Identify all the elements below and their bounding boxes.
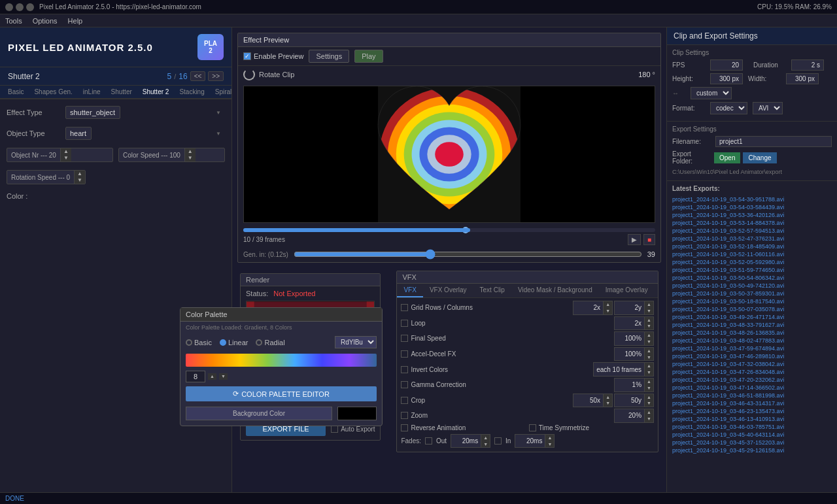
vfx-tab-video[interactable]: Video Mask / Background — [511, 284, 599, 297]
export-list-item[interactable]: project1_2024-10-19_03-52-11-060116.avi — [672, 250, 832, 258]
rotation-btns[interactable]: ▲ ▼ — [74, 171, 85, 184]
palette-radio-linear[interactable]: Linear — [220, 339, 248, 346]
export-list-item[interactable]: project1_2024-10-19_03-54-30-951788.avi — [672, 195, 832, 203]
export-list-item[interactable]: project1_2024-10-19_03-52-57-594513.avi — [672, 227, 832, 235]
export-list-item[interactable]: project1_2024-10-19_03-53-36-420126.avi — [672, 211, 832, 219]
vfx-cb-grid[interactable] — [401, 304, 408, 311]
color-speed-btns[interactable]: ▲ ▼ — [184, 148, 196, 161]
fades-val2[interactable]: 20ms ▲ ▼ — [515, 434, 555, 448]
grid-spin2[interactable]: ▲ ▼ — [644, 301, 653, 314]
export-list-item[interactable]: project1_2024-10-19_03-50-18-817540.avi — [672, 297, 832, 305]
export-list-item[interactable]: project1_2024-10-19_03-52-47-376231.avi — [672, 235, 832, 243]
export-list-item[interactable]: project1_2024-10-19_03-52-05-592980.avi — [672, 258, 832, 266]
vfx-cb-zoom[interactable] — [401, 412, 408, 419]
palette-num-down[interactable]: ▼ — [219, 373, 228, 380]
object-nr-down[interactable]: ▼ — [61, 155, 71, 161]
export-list-item[interactable]: project1_2024-10-19_03-51-59-774650.avi — [672, 266, 832, 274]
export-list-item[interactable]: project1_2024-10-19_03-47-32-038042.avi — [672, 360, 832, 368]
export-list-item[interactable]: project1_2024-10-19_03-53-14-884378.avi — [672, 219, 832, 227]
export-list-item[interactable]: project1_2024-10-19_03-45-40-643114.avi — [672, 431, 832, 439]
export-list-item[interactable]: project1_2024-10-19_03-47-59-674894.avi — [672, 344, 832, 352]
menu-tools[interactable]: Tools — [5, 17, 22, 25]
gen-slider[interactable] — [294, 249, 642, 260]
color-speed-down[interactable]: ▼ — [185, 155, 196, 161]
effect-type-select[interactable]: shutter_object — [65, 106, 120, 119]
custom-select[interactable]: custom — [691, 87, 732, 99]
change-folder-btn[interactable]: Change — [743, 152, 776, 163]
codec-select[interactable]: codec — [710, 102, 747, 114]
export-list-item[interactable]: project1_2024-10-19_03-46-51-881998.avi — [672, 392, 832, 399]
object-nr-up[interactable]: ▲ — [61, 148, 71, 155]
color-speed-spinner[interactable]: Color Speed --- 100 ▲ ▼ — [118, 148, 225, 162]
play-btn[interactable]: Play — [354, 50, 383, 63]
export-list-item[interactable]: project1_2024-10-19_03-46-43-314317.avi — [672, 399, 832, 407]
window-controls[interactable] — [5, 3, 34, 11]
vfx-cb-loop[interactable] — [401, 320, 408, 327]
export-list-item[interactable]: project1_2024-10-19_03-50-37-859301.avi — [672, 290, 832, 297]
export-list-item[interactable]: project1_2024-10-19_03-50-07-035078.avi — [672, 305, 832, 313]
effect-type-select-wrapper[interactable]: shutter_object — [65, 106, 225, 119]
play-pause-btn[interactable]: ▶ — [628, 234, 641, 245]
crop-val2[interactable]: 50y ▲ ▼ — [614, 394, 654, 408]
vfx-val-invert[interactable]: each 10 frames ▲ ▼ — [593, 362, 654, 377]
shutter-next-btn[interactable]: >> — [208, 71, 224, 81]
object-nr-spinner[interactable]: Object Nr --- 20 ▲ ▼ — [7, 148, 113, 162]
export-list-item[interactable]: project1_2024-10-19_03-52-18-485409.avi — [672, 243, 832, 250]
width-input[interactable] — [786, 73, 819, 84]
export-list-item[interactable]: project1_2024-10-19_03-46-13-410913.avi — [672, 415, 832, 423]
palette-radio-basic[interactable]: Basic — [186, 339, 212, 346]
timeline-thumb[interactable] — [462, 227, 469, 233]
export-list-item[interactable]: project1_2024-10-19_03-48-26-136835.avi — [672, 329, 832, 337]
export-list-item[interactable]: project1_2024-10-19_03-50-54-806342.avi — [672, 274, 832, 282]
export-list-item[interactable]: project1_2024-10-19_03-45-29-126158.avi — [672, 446, 832, 454]
timeline-bar[interactable] — [243, 228, 655, 232]
auto-export-checkbox[interactable] — [331, 426, 338, 433]
vfx-cb-time-sym[interactable] — [529, 424, 536, 431]
tab-shutter[interactable]: Shutter — [106, 86, 137, 99]
export-list-item[interactable]: project1_2024-10-19_03-50-49-742120.avi — [672, 282, 832, 290]
vfx-cb-reverse[interactable] — [401, 424, 408, 431]
export-list-item[interactable]: project1_2024-10-19_03-49-26-471714.avi — [672, 313, 832, 321]
vfx-cb-gamma[interactable] — [401, 381, 408, 388]
tab-shutter2[interactable]: Shutter 2 — [137, 86, 175, 99]
open-folder-btn[interactable]: Open — [714, 152, 740, 163]
export-list-item[interactable]: project1_2024-10-19_03-47-46-289810.avi — [672, 352, 832, 360]
exports-list[interactable]: project1_2024-10-19_03-54-30-951788.avip… — [672, 195, 832, 500]
settings-btn[interactable]: Settings — [309, 50, 349, 63]
tab-inline[interactable]: inLine — [78, 86, 106, 99]
export-list-item[interactable]: project1_2024-10-19_03-45-37-152203.avi — [672, 439, 832, 446]
vfx-val-gamma[interactable]: 1% ▲ ▼ — [614, 378, 654, 392]
vfx-cb-invert[interactable] — [401, 366, 408, 373]
vfx-tab-text[interactable]: Text Clip — [473, 284, 511, 297]
enable-preview-box[interactable] — [243, 52, 251, 60]
rotation-down[interactable]: ▼ — [75, 177, 85, 184]
win-btn-max[interactable] — [16, 3, 24, 11]
rotation-spinner[interactable]: Rotation Speed --- 0 ▲ ▼ — [7, 170, 86, 184]
tab-spiral[interactable]: Spiral — [210, 86, 231, 99]
color-speed-up[interactable]: ▲ — [185, 148, 196, 155]
export-list-item[interactable]: project1_2024-10-19_03-54-03-584439.avi — [672, 203, 832, 211]
export-list-item[interactable]: project1_2024-10-19_03-47-20-232062.avi — [672, 376, 832, 384]
fades-out-cb[interactable] — [425, 437, 432, 445]
palette-editor-btn[interactable]: ⟳ COLOR PALETTE EDITOR — [186, 386, 377, 401]
menu-options[interactable]: Options — [33, 17, 58, 25]
palette-name-select[interactable]: RdYlBu — [335, 336, 377, 348]
vfx-cb-crop[interactable] — [401, 397, 408, 404]
palette-radio-radial[interactable]: Radial — [256, 339, 284, 346]
vfx-val2-grid[interactable]: 2y ▲ ▼ — [614, 301, 654, 315]
export-list-item[interactable]: project1_2024-10-19_03-48-02-477883.avi — [672, 337, 832, 344]
tab-basic[interactable]: Basic — [3, 86, 29, 99]
grid-spin1[interactable]: ▲ ▼ — [603, 301, 612, 314]
vfx-tab-image[interactable]: Image Overlay — [599, 284, 655, 297]
menu-help[interactable]: Help — [68, 17, 83, 25]
fades-val1[interactable]: 20ms ▲ ▼ — [451, 434, 490, 448]
win-btn-min[interactable] — [5, 3, 13, 11]
tab-shapes-gen[interactable]: Shapes Gen. — [29, 86, 77, 99]
vfx-val-loop[interactable]: 2x ▲ ▼ — [614, 316, 654, 331]
format-select[interactable]: AVI — [753, 102, 783, 114]
vfx-val-final-speed[interactable]: 100% ▲ ▼ — [614, 331, 654, 346]
fades-in-cb[interactable] — [494, 437, 502, 445]
export-list-item[interactable]: project1_2024-10-19_03-47-26-834048.avi — [672, 368, 832, 376]
palette-num-input[interactable] — [186, 371, 205, 382]
shutter-prev-btn[interactable]: << — [190, 71, 206, 81]
